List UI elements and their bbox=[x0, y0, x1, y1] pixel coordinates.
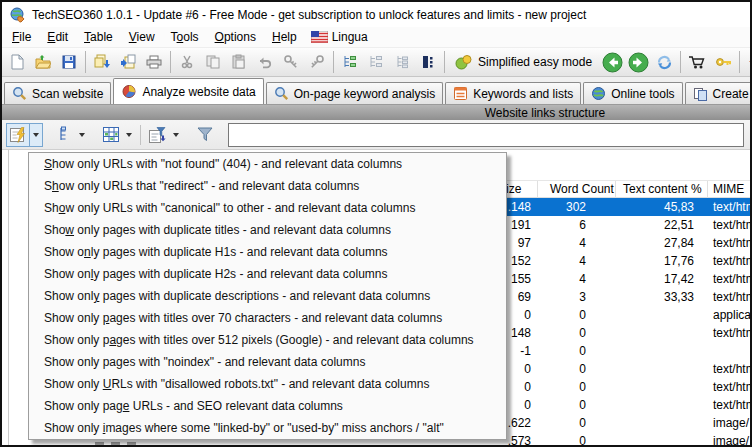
content-area: SizeWord CountText content %MIME .148302… bbox=[2, 150, 750, 445]
tab-analyze-website-data[interactable]: Analyze website data bbox=[113, 78, 263, 104]
chevron-down-icon bbox=[33, 133, 39, 137]
menu-bar: FileEditTableViewToolsOptionsHelp Lingua bbox=[2, 27, 750, 47]
simplified-easy-mode-button[interactable]: Simplified easy mode bbox=[448, 49, 599, 75]
save-project-button[interactable] bbox=[56, 49, 82, 75]
table-cell: image/ bbox=[708, 432, 750, 445]
quick-filter-menu: Show only URLs with "not found" (404) - … bbox=[28, 152, 507, 440]
table-cell: 17,76 bbox=[616, 252, 708, 270]
menu-options[interactable]: Options bbox=[207, 28, 264, 46]
copy-data-button[interactable] bbox=[89, 49, 115, 75]
toolbar-separator bbox=[333, 51, 334, 73]
new-document-button[interactable] bbox=[4, 49, 30, 75]
column-header[interactable]: MIME bbox=[708, 181, 750, 198]
table-cell: text/html bbox=[708, 252, 750, 270]
tree-view-dropdown-arrow[interactable] bbox=[75, 123, 88, 147]
globe-icon bbox=[591, 86, 606, 101]
tree-expand-button[interactable] bbox=[337, 49, 363, 75]
table-cell: 0 bbox=[538, 342, 616, 360]
home-button[interactable] bbox=[743, 49, 750, 75]
transfer-data-button[interactable] bbox=[115, 49, 141, 75]
grid-columns-button[interactable] bbox=[100, 123, 122, 147]
table-cell: application/ bbox=[708, 306, 750, 324]
structure-end-button[interactable] bbox=[415, 49, 441, 75]
filterbar-separator bbox=[140, 125, 141, 145]
table-cell bbox=[616, 396, 708, 414]
filter-menu-item[interactable]: Show only pages with "noindex" - and rel… bbox=[29, 351, 506, 373]
filter-search-input[interactable] bbox=[228, 123, 744, 147]
menu-file[interactable]: File bbox=[4, 28, 39, 46]
print-button[interactable] bbox=[141, 49, 167, 75]
refresh-button[interactable] bbox=[651, 49, 677, 75]
filter-menu-item[interactable]: Show only pages with duplicate H1s - and… bbox=[29, 241, 506, 263]
filter-menu-item[interactable]: Show only page URLs - and SEO relevant d… bbox=[29, 395, 506, 417]
table-cell bbox=[616, 432, 708, 445]
filter-funnel-button[interactable] bbox=[194, 123, 216, 147]
filter-menu-item[interactable]: Show only pages with duplicate titles - … bbox=[29, 219, 506, 241]
filter-presets-dropdown-arrow[interactable] bbox=[169, 123, 182, 147]
chevron-down-icon bbox=[126, 133, 132, 137]
nav-forward-button[interactable] bbox=[625, 49, 651, 75]
toolbar-separator bbox=[170, 51, 171, 73]
tab-label: Online tools bbox=[611, 87, 674, 101]
menu-help[interactable]: Help bbox=[264, 28, 305, 46]
menu-lingua[interactable]: Lingua bbox=[305, 28, 374, 46]
tab-label: Scan website bbox=[32, 87, 103, 101]
license-key-button[interactable] bbox=[710, 49, 736, 75]
grid-columns-dropdown-arrow[interactable] bbox=[122, 123, 135, 147]
table-cell: 22,51 bbox=[616, 216, 708, 234]
tree-view-button[interactable] bbox=[55, 123, 75, 147]
toolbar-separator bbox=[85, 51, 86, 73]
table-cell: text/html bbox=[708, 324, 750, 342]
filter-menu-item[interactable]: Show only URLs with "not found" (404) - … bbox=[29, 153, 506, 175]
table-cell: 0 bbox=[538, 306, 616, 324]
panel-divider bbox=[8, 150, 9, 445]
chevron-down-icon bbox=[173, 133, 179, 137]
filter-menu-item[interactable]: Show only URLs that "redirect" - and rel… bbox=[29, 175, 506, 197]
table-cell: text/html bbox=[708, 234, 750, 252]
filter-menu-item[interactable]: Show only pages with titles over 512 pix… bbox=[29, 329, 506, 351]
open-project-button[interactable] bbox=[30, 49, 56, 75]
filter-menu-item[interactable]: Show only pages with duplicate H2s - and… bbox=[29, 263, 506, 285]
table-cell bbox=[616, 360, 708, 378]
undo-icon bbox=[257, 54, 273, 70]
filter-menu-item[interactable]: Show only URLs with "canonical" to other… bbox=[29, 197, 506, 219]
menu-view[interactable]: View bbox=[121, 28, 163, 46]
main-tab-bar: Scan website Analyze website data On-pag… bbox=[2, 77, 750, 104]
flag-icon bbox=[311, 31, 328, 43]
table-cell: text/html bbox=[708, 396, 750, 414]
filter-menu-item[interactable]: Show only URLs with "disallowed robots.t… bbox=[29, 373, 506, 395]
table-cell: 45,83 bbox=[616, 198, 708, 216]
home-icon bbox=[748, 54, 750, 70]
column-header[interactable]: Word Count bbox=[538, 181, 616, 198]
filter-menu-item[interactable]: Show only pages with titles over 70 char… bbox=[29, 307, 506, 329]
key-icon bbox=[715, 54, 732, 70]
tab-online-tools[interactable]: Online tools bbox=[583, 82, 682, 104]
quick-edit-dropdown-arrow[interactable] bbox=[30, 123, 43, 147]
tab-on-page-keyword-analysis[interactable]: On-page keyword analysis bbox=[266, 82, 443, 104]
panel-header-title: Website links structure bbox=[485, 106, 606, 120]
shop-button[interactable] bbox=[684, 49, 710, 75]
filter-presets-icon bbox=[148, 126, 167, 144]
tab-scan-website[interactable]: Scan website bbox=[4, 82, 111, 104]
table-cell: 4 bbox=[538, 234, 616, 252]
table-cell bbox=[616, 414, 708, 432]
menu-tools[interactable]: Tools bbox=[163, 28, 207, 46]
menu-table[interactable]: Table bbox=[76, 28, 121, 46]
table-cell bbox=[616, 324, 708, 342]
tab-keywords-and-lists[interactable]: Keywords and lists bbox=[445, 82, 581, 104]
menu-edit[interactable]: Edit bbox=[39, 28, 76, 46]
table-cell: 27,84 bbox=[616, 234, 708, 252]
filter-menu-item[interactable]: Show only images where some "linked-by" … bbox=[29, 417, 506, 439]
key-right-button bbox=[304, 49, 330, 75]
quick-edit-button[interactable] bbox=[6, 123, 30, 147]
nav-back-button[interactable] bbox=[599, 49, 625, 75]
pie-chart-icon bbox=[121, 84, 137, 99]
copy-button bbox=[200, 49, 226, 75]
tab-create-sitemap[interactable]: Create sitemap bbox=[685, 82, 750, 104]
filter-presets-button[interactable] bbox=[146, 123, 169, 147]
list-icon bbox=[453, 86, 468, 101]
filter-toolbar bbox=[2, 120, 750, 150]
app-window: TechSEO360 1.0.1 - Update #6 - Free Mode… bbox=[0, 0, 752, 447]
column-header[interactable]: Text content % bbox=[616, 181, 708, 198]
filter-menu-item[interactable]: Show only pages with duplicate descripti… bbox=[29, 285, 506, 307]
